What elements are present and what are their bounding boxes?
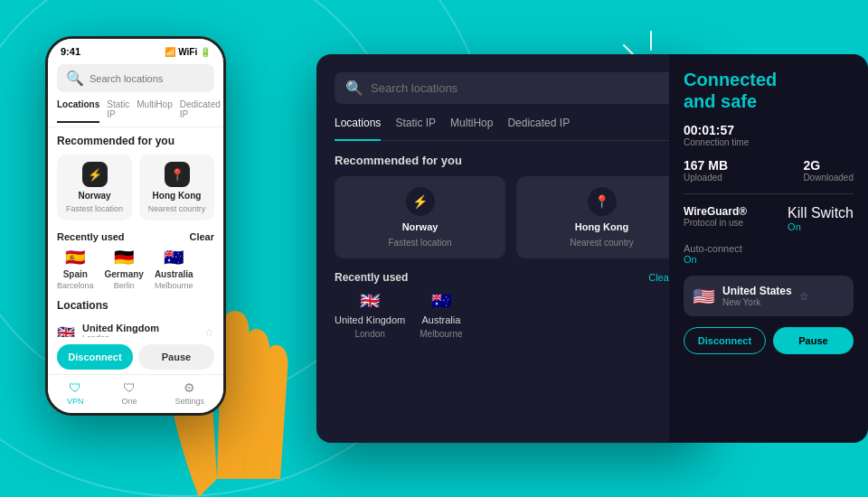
connected-location[interactable]: 🇺🇸 United States New York ☆ [684,276,854,316]
uk-city: London [354,329,384,339]
australia-name: Australia [155,269,193,279]
tablet-recent-australia[interactable]: 🇦🇺 Australia Melbourne [420,291,462,339]
germany-city: Berlin [114,281,135,290]
stat-transfer-row: 167 MB Uploaded 2G Downloaded [684,158,854,183]
germany-name: Germany [105,269,144,279]
phone-norway-icon: ⚡ [82,162,108,187]
australia-flag: 🇦🇺 [164,248,184,267]
phone-recommended-list: ⚡ Norway Fastest location 📍 Hong Kong Ne… [57,155,214,220]
tablet-recently-title-text: Recently used [335,271,408,284]
star-icon[interactable]: ☆ [799,290,809,303]
vpn-nav-icon: 🛡 [69,380,81,395]
stat-connection-time: 00:01:57 Connection time [684,123,749,147]
tablet-recently-header: Recently used Clear list [335,271,687,284]
phone-locations-title: Locations [57,299,214,312]
tablet-tab-static-ip[interactable]: Static IP [395,117,436,133]
phone-mockup: 9:41 📶 WiFi 🔋 🔍 Locations Static IP Mult… [45,36,226,416]
tablet-tabs: Locations Static IP MultiHop Dedicated I… [335,117,687,141]
germany-flag: 🇩🇪 [114,248,134,267]
one-nav-label: One [121,397,137,406]
tablet-search-icon: 🔍 [345,80,363,97]
tablet-rec-card-norway[interactable]: ⚡ Norway Fastest location [335,176,505,258]
phone-recent-spain[interactable]: 🇪🇸 Spain Barcelona [57,248,94,290]
phone-search-input[interactable] [90,73,214,84]
phone-icons: 📶 WiFi 🔋 [165,47,211,57]
connected-action-btns: Disconnect Pause [684,327,854,354]
vpn-nav-label: VPN [67,397,84,406]
phone-nav-one[interactable]: 🛡 One [121,380,137,406]
au-flag: 🇦🇺 [431,291,451,311]
phone-tab-dedicated-ip[interactable]: Dedicated IP [180,99,221,123]
spain-flag: 🇪🇸 [65,248,85,267]
au-name: Australia [422,314,461,325]
tablet-search-input[interactable] [371,81,676,95]
settings-nav-icon: ⚙ [184,380,195,395]
australia-city: Melbourne [155,281,193,290]
tablet-panel: 🔍 Locations Static IP MultiHop Dedicated… [316,54,705,443]
phone-recommended-title: Recommended for you [57,135,214,147]
stat-time-row: 00:01:57 Connection time [684,123,854,147]
au-city: Melbourne [420,329,462,339]
phone-hongkong-name: Hong Kong [153,191,202,201]
connected-title: Connected and safe [684,69,854,112]
phone-nav-vpn[interactable]: 🛡 VPN [67,380,84,406]
spain-name: Spain [63,269,88,279]
phone-status-bar: 9:41 📶 WiFi 🔋 [48,39,223,61]
protocol-item: WireGuard® Protocol in use [684,205,747,232]
phone-recent-germany[interactable]: 🇩🇪 Germany Berlin [105,248,144,290]
phone-recent-row: 🇪🇸 Spain Barcelona 🇩🇪 Germany Berlin 🇦🇺 … [57,248,214,290]
one-nav-icon: 🛡 [123,380,136,395]
norway-sub: Fastest location [388,238,451,248]
tablet-recommended-title: Recommended for you [335,154,687,167]
phone-rec-norway[interactable]: ⚡ Norway Fastest location [57,155,132,220]
auto-connect: Auto-connect On [684,243,854,265]
tablet-recommended-list: ⚡ Norway Fastest location 📍 Hong Kong Ne… [335,176,687,258]
stat-uploaded: 167 MB Uploaded [684,158,728,183]
phone-tab-locations[interactable]: Locations [57,99,99,123]
tablet-tab-locations[interactable]: Locations [335,117,381,141]
phone-search-icon: 🔍 [66,70,84,87]
disconnect-button[interactable]: Disconnect [684,327,766,354]
phone-recently-title: Recently used [57,231,125,242]
phone-norway-name: Norway [78,191,110,201]
connected-location-info: United States New York [722,285,792,307]
hongkong-icon: 📍 [588,187,617,216]
phone-pause-button[interactable]: Pause [138,344,214,370]
tablet-recent-locations: 🇬🇧 United Kingdom London 🇦🇺 Australia Me… [335,291,687,339]
connected-panel: Connected and safe 00:01:57 Connection t… [669,54,868,443]
phone-tab-static-ip[interactable]: Static IP [107,99,129,123]
spain-city: Barcelona [57,281,94,290]
tablet-tab-multihop[interactable]: MultiHop [450,117,493,133]
norway-name: Norway [402,221,439,232]
tablet-recent-uk[interactable]: 🇬🇧 United Kingdom London [335,291,405,339]
pause-button[interactable]: Pause [773,327,854,354]
phone-hongkong-sub: Nearest country [148,204,206,213]
phone-clear-btn[interactable]: Clear [189,231,214,242]
protocol-row: WireGuard® Protocol in use Kill Switch O… [684,205,854,232]
phone-hongkong-icon: 📍 [165,162,190,187]
phone-time: 9:41 [61,46,80,57]
divider-1 [684,193,854,194]
connected-location-flag: 🇺🇸 [693,286,715,307]
hongkong-name: Hong Kong [575,221,628,232]
phone-bottom-nav: 🛡 VPN 🛡 One ⚙ Settings [48,374,223,413]
uk-name: United Kingdom [335,314,405,325]
phone-tabs: Locations Static IP MultiHop Dedicated I… [48,96,223,127]
tablet-tab-dedicated-ip[interactable]: Dedicated IP [507,117,570,133]
phone-recent-australia[interactable]: 🇦🇺 Australia Melbourne [155,248,193,290]
uk-flag: 🇬🇧 [360,291,380,311]
kill-switch: Kill Switch On [788,205,854,232]
phone-norway-sub: Fastest location [66,204,123,213]
norway-icon: ⚡ [406,187,435,216]
stat-downloaded: 2G Downloaded [803,158,854,183]
hongkong-sub: Nearest country [570,238,634,248]
phone-action-btns: Disconnect Pause [48,337,223,377]
phone-search[interactable]: 🔍 [57,64,214,92]
phone-nav-settings[interactable]: ⚙ Settings [175,380,204,406]
tablet-search-bar[interactable]: 🔍 [335,72,687,104]
phone-rec-hongkong[interactable]: 📍 Hong Kong Nearest country [139,155,214,220]
settings-nav-label: Settings [175,397,204,406]
phone-disconnect-button[interactable]: Disconnect [57,344,133,370]
tablet-rec-card-hongkong[interactable]: 📍 Hong Kong Nearest country [516,176,687,258]
phone-tab-multihop[interactable]: MultiHop [137,99,172,123]
